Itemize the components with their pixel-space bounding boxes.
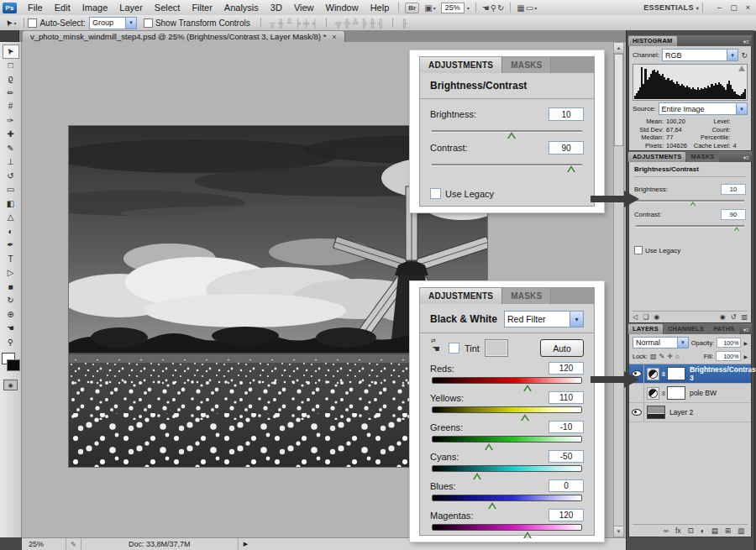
lock-all-icon[interactable]: ⌂ [675, 353, 680, 360]
screen-mode-icon[interactable]: ▭ [526, 3, 533, 13]
adjustment-layer-thumbnail[interactable] [647, 368, 659, 380]
blend-mode-dropdown[interactable]: Normal ▾ [633, 337, 689, 348]
clone-stamp-tool[interactable]: ⊥ [3, 155, 19, 170]
menu-3d[interactable]: 3D [265, 3, 288, 13]
quick-mask-button[interactable]: ◉ [3, 380, 18, 390]
distribute-left-edges-icon[interactable]: ╠ [361, 18, 367, 28]
slider-thumb[interactable] [521, 414, 529, 421]
healing-brush-tool[interactable]: ✚ [3, 128, 19, 142]
slider-value-field[interactable]: 0 [549, 479, 584, 492]
type-tool[interactable]: T [3, 253, 19, 267]
scroll-up-icon[interactable]: ▲ [614, 43, 623, 54]
opacity-field[interactable]: 100% [717, 338, 741, 348]
slider-thumb[interactable] [523, 385, 532, 391]
contrast-slider[interactable] [636, 225, 744, 228]
lock-transparent-pixels-icon[interactable]: ▧ [650, 353, 657, 360]
layer-image-thumbnail[interactable] [647, 406, 665, 419]
menu-help[interactable]: Help [365, 3, 396, 13]
menu-select[interactable]: Select [149, 3, 186, 13]
minimize-button[interactable]: – [715, 3, 724, 12]
history-brush-tool[interactable]: ↺ [3, 170, 19, 184]
tab-layers[interactable]: LAYERS [628, 324, 663, 334]
layer-row-layer-2[interactable]: Layer 2 [629, 403, 751, 422]
tab-paths[interactable]: PATHS [709, 324, 738, 334]
3d-orbit-tool[interactable]: ⊕ [3, 308, 19, 322]
tab-histogram[interactable]: HISTOGRAM [628, 36, 677, 46]
menu-image[interactable]: Image [76, 3, 114, 13]
toggle-layer-visibility-icon[interactable]: ◉ [654, 313, 659, 321]
use-legacy-checkbox[interactable] [430, 188, 441, 199]
status-options-arrow[interactable]: ▶ [239, 541, 253, 547]
targeted-adjustment-icon[interactable]: ⇄☚ [430, 342, 444, 354]
view-previous-state-icon[interactable]: ◉ [720, 313, 726, 321]
brightness-slider-thumb[interactable] [690, 202, 696, 206]
slider-track[interactable] [432, 465, 582, 472]
crop-tool[interactable]: # [3, 100, 19, 114]
add-layer-mask-icon[interactable]: ⊡ [688, 526, 694, 535]
path-selection-tool[interactable]: ▷ [3, 266, 19, 280]
tint-checkbox[interactable] [449, 343, 459, 354]
scroll-down-icon[interactable]: ▼ [614, 526, 623, 537]
delete-layer-icon[interactable]: ▥ [738, 526, 744, 535]
link-layers-icon[interactable]: ∞ [664, 526, 669, 535]
slider-track[interactable] [432, 377, 582, 384]
lasso-tool[interactable]: ϱ [3, 72, 19, 86]
menu-view[interactable]: View [288, 3, 320, 13]
slider-value-field[interactable]: -50 [549, 450, 584, 463]
zoom-tool-icon[interactable]: ⚲ [491, 3, 496, 13]
slider-track[interactable] [432, 495, 582, 501]
photoshop-logo[interactable]: Ps [3, 3, 17, 13]
source-dropdown[interactable]: Entire Image ▾ [659, 102, 748, 115]
distribute-horizontal-centers-icon[interactable]: ╫ [370, 18, 375, 28]
tab-channels[interactable]: CHANNELS [664, 324, 708, 334]
pen-tool[interactable]: ✒ [3, 238, 19, 253]
gradient-tool[interactable]: ◧ [3, 197, 19, 212]
fill-slider-arrow[interactable]: ▶ [743, 354, 748, 359]
reset-adjustment-icon[interactable]: ↺ [731, 313, 737, 321]
hand-tool-icon[interactable]: ☚ [482, 3, 490, 13]
layer-style-icon[interactable]: fx [675, 526, 681, 535]
restore-button[interactable]: ▢ [729, 3, 738, 12]
layer-mask-thumbnail[interactable] [667, 386, 685, 400]
scrollbar-thumb[interactable] [614, 54, 623, 146]
channel-dropdown[interactable]: RGB ▾ [662, 49, 738, 61]
tint-color-swatch[interactable] [485, 339, 508, 357]
new-adjustment-layer-icon[interactable]: ◐ [701, 526, 705, 535]
brightness-value-field[interactable]: 10 [721, 184, 746, 195]
use-legacy-checkbox[interactable] [634, 246, 643, 254]
clip-to-layer-icon[interactable]: ❏ [643, 313, 648, 321]
return-to-adjustment-list-icon[interactable]: ◁ [633, 313, 638, 321]
slider-thumb[interactable] [488, 502, 496, 509]
distribute-right-edges-icon[interactable]: ╣ [378, 18, 384, 28]
slider-value-field[interactable]: 120 [549, 509, 584, 521]
brush-tool[interactable]: ✎ [3, 142, 19, 156]
align-right-edges-icon[interactable]: ╡ [312, 18, 318, 28]
tab-adjustments[interactable]: ADJUSTMENTS [420, 288, 502, 304]
brightness-slider-thumb[interactable] [507, 132, 516, 139]
blur-tool[interactable]: △ [3, 211, 19, 225]
contrast-slider[interactable] [432, 164, 582, 166]
tab-masks[interactable]: MASKS [502, 57, 551, 73]
layer-name[interactable]: pole BW [690, 389, 717, 397]
shape-tool[interactable]: ■ [3, 280, 19, 295]
show-transform-controls-checkbox[interactable] [144, 18, 153, 28]
align-horizontal-centers-icon[interactable]: ╪ [303, 18, 309, 28]
slider-value-field[interactable]: -10 [549, 421, 584, 433]
menu-analysis[interactable]: Analysis [218, 3, 265, 13]
preset-dropdown[interactable]: Red Filter ▾ [504, 311, 584, 327]
document-layout-tools[interactable]: ▦▭▾ [514, 3, 539, 13]
align-top-edges-icon[interactable]: ╥ [270, 18, 276, 28]
distribute-bottom-edges-icon[interactable]: ╩ [352, 18, 358, 28]
close-button[interactable]: × [743, 3, 753, 12]
lock-image-pixels-icon[interactable]: ✎ [659, 353, 665, 360]
menu-window[interactable]: Window [320, 3, 365, 13]
tab-masks[interactable]: MASKS [686, 152, 718, 162]
layer-name[interactable]: Brightness/Contrast 3 [690, 365, 756, 382]
slider-value-field[interactable]: 110 [549, 391, 584, 404]
document-tab[interactable]: v_photo_minsk_windmill_step4.psd @ 25% (… [23, 31, 345, 42]
navigation-tools[interactable]: ☚⚲↻ [480, 3, 507, 13]
background-color-swatch[interactable] [7, 359, 20, 371]
quick-selection-tool[interactable]: ✏ [3, 86, 19, 101]
layer-row-pole-bw[interactable]: 8 pole BW [629, 384, 751, 403]
menu-layer[interactable]: Layer [113, 3, 149, 13]
